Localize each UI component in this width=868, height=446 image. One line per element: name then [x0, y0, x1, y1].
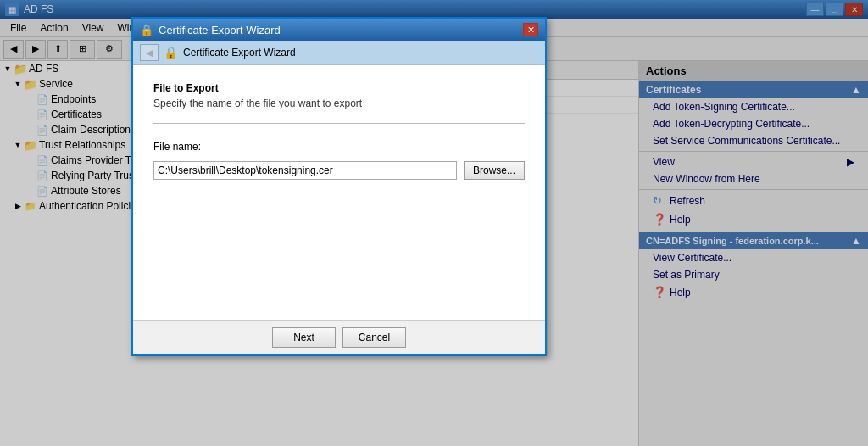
dialog-footer: Next Cancel: [133, 320, 545, 354]
submenu-icon: ▶: [847, 156, 854, 168]
folder-icon-trust: 📁: [24, 138, 37, 152]
dialog-icon: 🔒: [140, 24, 153, 36]
view-menu-item[interactable]: View ▶: [639, 153, 868, 170]
leaf-icon-rpt: 📄: [36, 169, 49, 182]
new-window-item[interactable]: New Window from Here: [639, 170, 868, 187]
set-as-primary-label: Set as Primary: [653, 269, 720, 281]
tree-item-rpt[interactable]: 📄 Relying Party Trusts: [0, 168, 131, 183]
add-token-signing-cert[interactable]: Add Token-Signing Certificate...: [639, 98, 868, 115]
view-label: View: [653, 156, 675, 168]
properties-button[interactable]: ⚙: [97, 40, 122, 59]
leaf-icon-certificates: 📄: [36, 108, 49, 121]
divider-1: [639, 151, 868, 152]
refresh-label: Refresh: [670, 195, 705, 207]
dialog-wizard-icon: 🔒: [164, 46, 178, 59]
leaf-icon-attr: 📄: [36, 184, 49, 198]
sidebar: ▼ 📁 AD FS ▼ 📁 Service 📄 Endpoints 📄 Cert…: [0, 61, 131, 446]
cn-help-icon: ❓: [653, 286, 666, 299]
certificates-section-header[interactable]: Certificates ▲: [639, 81, 868, 98]
tree-item-auth[interactable]: ▶ 📁 Authentication Policies: [0, 198, 131, 214]
tree-item-trust[interactable]: ▼ 📁 Trust Relationships: [0, 137, 131, 153]
browse-button[interactable]: Browse...: [464, 161, 525, 180]
set-service-comm-label: Set Service Communications Certificate..…: [653, 135, 840, 147]
window-title: AD FS: [24, 3, 53, 15]
title-bar: ▦ AD FS — □ ✕: [0, 0, 868, 19]
refresh-icon: ↻: [653, 194, 666, 208]
tree-item-attr[interactable]: 📄 Attribute Stores: [0, 183, 131, 198]
up-button[interactable]: ⬆: [47, 40, 68, 59]
add-token-signing-label: Add Token-Signing Certificate...: [653, 101, 795, 113]
dialog-divider: [153, 123, 525, 124]
view-certificate-label: View Certificate...: [653, 252, 732, 264]
label-attr: Attribute Stores: [51, 185, 121, 197]
dialog-title-bar: 🔒 Certificate Export Wizard ✕: [133, 19, 545, 41]
tree-item-endpoints[interactable]: 📄 Endpoints: [0, 92, 131, 107]
expander-service: ▼: [12, 78, 24, 90]
expander-adfs: ▼: [2, 63, 14, 75]
certificate-export-dialog: 🔒 Certificate Export Wizard ✕ ◀ 🔒 Certif…: [131, 17, 547, 356]
tree-item-certificates[interactable]: 📄 Certificates: [0, 107, 131, 122]
help-label: Help: [670, 214, 691, 226]
title-bar-left: ▦ AD FS: [5, 3, 53, 16]
cancel-button[interactable]: Cancel: [342, 327, 406, 348]
label-certificates: Certificates: [51, 109, 102, 120]
right-panel: Actions Certificates ▲ Add Token-Signing…: [639, 61, 868, 446]
set-service-comm-cert[interactable]: Set Service Communications Certificate..…: [639, 132, 868, 149]
file-name-row: Browse...: [153, 161, 525, 180]
view-button[interactable]: ⊞: [70, 40, 95, 59]
dialog-section-title: File to Export: [153, 82, 525, 94]
add-token-decrypting-label: Add Token-Decrypting Certificate...: [653, 118, 810, 130]
help-item[interactable]: ❓ Help: [639, 210, 868, 229]
divider-2: [639, 189, 868, 190]
add-token-decrypting-cert[interactable]: Add Token-Decrypting Certificate...: [639, 115, 868, 132]
label-cpt: Claims Provider Tru...: [51, 154, 131, 166]
dialog-title-left: 🔒 Certificate Export Wizard: [140, 24, 281, 36]
dialog-close-button[interactable]: ✕: [523, 23, 538, 36]
expander-auth: ▶: [12, 200, 24, 212]
dialog-title: Certificate Export Wizard: [159, 24, 281, 36]
menu-action[interactable]: Action: [33, 20, 75, 36]
label-auth: Authentication Policies: [39, 200, 131, 212]
label-endpoints: Endpoints: [51, 93, 96, 105]
maximize-button[interactable]: □: [826, 3, 843, 16]
cn-help-label: Help: [670, 287, 691, 298]
label-service: Service: [39, 78, 73, 90]
next-button[interactable]: Next: [272, 327, 336, 348]
title-bar-controls: — □ ✕: [806, 3, 863, 16]
cn-section-header[interactable]: CN=ADFS Signing - federation.corp.k... ▲: [639, 232, 868, 249]
certificates-section-label: Certificates: [646, 84, 701, 96]
back-button[interactable]: ◀: [3, 40, 24, 59]
dialog-nav-title: Certificate Export Wizard: [183, 47, 296, 59]
view-certificate-item[interactable]: View Certificate...: [639, 249, 868, 266]
menu-file[interactable]: File: [3, 20, 33, 36]
tree-item-adfs[interactable]: ▼ 📁 AD FS: [0, 61, 131, 76]
minimize-button[interactable]: —: [806, 3, 824, 16]
dialog-back-button[interactable]: ◀: [140, 44, 159, 61]
tree-item-cpt[interactable]: 📄 Claims Provider Tru...: [0, 153, 131, 168]
menu-view[interactable]: View: [75, 20, 111, 36]
tree-item-claims[interactable]: 📄 Claim Descriptions: [0, 122, 131, 137]
certificates-collapse-icon: ▲: [851, 84, 861, 96]
new-window-label: New Window from Here: [653, 173, 760, 185]
leaf-icon-auth: 📁: [24, 199, 37, 213]
forward-button[interactable]: ▶: [25, 40, 46, 59]
file-name-input[interactable]: [153, 161, 457, 180]
dialog-section-desc: Specify the name of the file you want to…: [153, 98, 525, 109]
folder-icon-service: 📁: [24, 77, 37, 91]
refresh-item[interactable]: ↻ Refresh: [639, 192, 868, 210]
tree-item-service[interactable]: ▼ 📁 Service: [0, 76, 131, 92]
cn-help-item[interactable]: ❓ Help: [639, 283, 868, 302]
label-adfs: AD FS: [29, 63, 58, 75]
set-as-primary-item[interactable]: Set as Primary: [639, 266, 868, 283]
dialog-nav: ◀ 🔒 Certificate Export Wizard: [133, 41, 545, 65]
cn-section-label: CN=ADFS Signing - federation.corp.k...: [646, 236, 819, 246]
leaf-icon-endpoints: 📄: [36, 92, 49, 106]
label-trust: Trust Relationships: [39, 139, 125, 151]
leaf-icon-cpt: 📄: [36, 153, 49, 167]
app-icon: ▦: [5, 3, 19, 16]
cn-collapse-icon: ▲: [851, 235, 861, 247]
expander-trust: ▼: [12, 139, 24, 151]
leaf-icon-claims: 📄: [36, 123, 49, 137]
close-button[interactable]: ✕: [845, 3, 863, 16]
actions-header: Actions: [639, 61, 868, 81]
